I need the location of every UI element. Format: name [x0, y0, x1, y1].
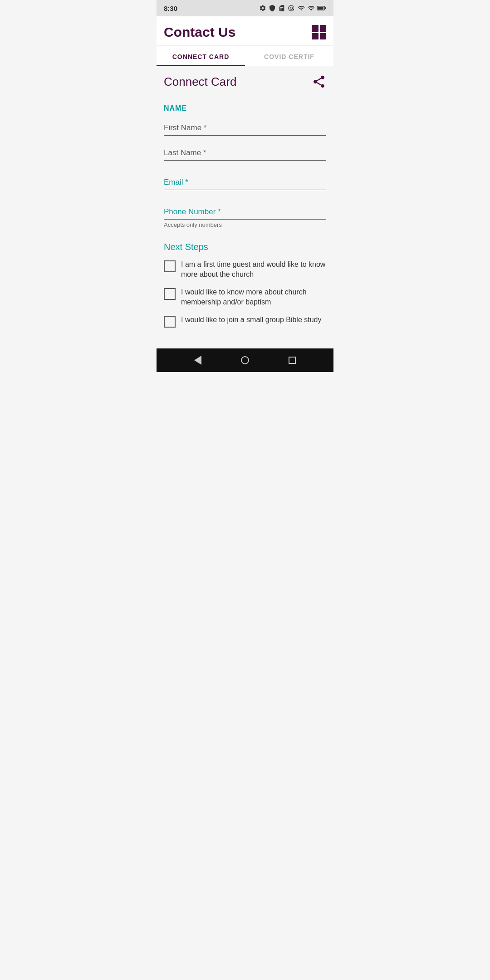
- home-button[interactable]: [241, 356, 249, 364]
- checkbox-label-membership: I would like to know more about church m…: [181, 287, 326, 308]
- checkbox-bible-study[interactable]: [164, 316, 176, 328]
- battery-icon: [317, 5, 326, 11]
- at-icon: [288, 5, 295, 12]
- recents-button[interactable]: [289, 357, 296, 364]
- email-input[interactable]: [164, 174, 326, 190]
- shield-icon: [269, 5, 276, 12]
- header: Contact Us: [157, 16, 333, 46]
- status-icons: [259, 5, 326, 12]
- page-title: Contact Us: [164, 24, 235, 40]
- checkbox-item-bible-study: I would like to join a small group Bible…: [164, 315, 326, 328]
- grid-cell-2: [320, 25, 327, 32]
- back-button[interactable]: [194, 356, 201, 365]
- form-container: NAME Accepts only numbers Next Steps I a…: [157, 104, 333, 348]
- wifi-icon: [297, 5, 305, 12]
- phone-hint: Accepts only numbers: [164, 221, 326, 228]
- last-name-field: [164, 145, 326, 161]
- back-icon: [194, 356, 201, 365]
- name-group-label: NAME: [164, 104, 326, 113]
- email-field: [164, 174, 326, 190]
- connect-card-section-header: Connect Card: [157, 66, 333, 93]
- tab-connect-card[interactable]: CONNECT CARD: [157, 46, 245, 66]
- checkbox-first-time-guest[interactable]: [164, 260, 176, 272]
- sim-icon: [278, 5, 285, 12]
- grid-cell-1: [312, 25, 318, 32]
- checkbox-membership[interactable]: [164, 288, 176, 300]
- grid-view-button[interactable]: [312, 25, 326, 39]
- phone-number-input[interactable]: [164, 204, 326, 220]
- home-icon: [241, 356, 249, 364]
- first-name-input[interactable]: [164, 120, 326, 136]
- checkbox-label-bible-study: I would like to join a small group Bible…: [181, 315, 322, 325]
- status-time: 8:30: [164, 5, 177, 12]
- recents-icon: [289, 357, 296, 364]
- checkbox-item-membership: I would like to know more about church m…: [164, 287, 326, 308]
- settings-icon: [259, 5, 266, 12]
- main-content: Connect Card NAME Accepts only numbers N…: [157, 66, 333, 348]
- checkbox-item-first-time-guest: I am a first time guest and would like t…: [164, 260, 326, 280]
- phone-number-field: Accepts only numbers: [164, 204, 326, 228]
- last-name-input[interactable]: [164, 145, 326, 161]
- bottom-nav: [157, 348, 333, 372]
- grid-cell-3: [312, 33, 318, 40]
- share-icon[interactable]: [312, 74, 326, 89]
- tab-covid-certif[interactable]: COVID CERTIF: [245, 46, 333, 66]
- signal-icon: [308, 5, 315, 12]
- svg-rect-1: [325, 7, 326, 9]
- next-steps-label: Next Steps: [164, 242, 326, 252]
- grid-cell-4: [320, 33, 327, 40]
- tab-bar: CONNECT CARD COVID CERTIF: [157, 46, 333, 66]
- first-name-field: [164, 120, 326, 136]
- connect-card-title: Connect Card: [164, 75, 236, 89]
- checkbox-label-first-time-guest: I am a first time guest and would like t…: [181, 260, 326, 280]
- status-bar: 8:30: [157, 0, 333, 16]
- svg-rect-2: [318, 7, 323, 10]
